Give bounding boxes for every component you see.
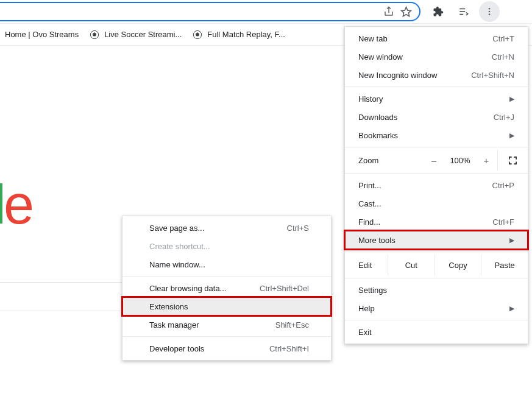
bookmark-item[interactable]: Full Match Replay, F... [193, 30, 285, 40]
menu-print[interactable]: Print... Ctrl+P [345, 176, 528, 194]
star-icon[interactable] [397, 3, 414, 20]
menu-separator [122, 336, 331, 337]
svg-point-6 [489, 13, 491, 15]
svg-marker-10 [196, 32, 199, 35]
menu-button[interactable] [479, 1, 500, 22]
menu-bookmarks[interactable]: Bookmarks ▶ [345, 126, 528, 144]
bookmark-item[interactable]: Home | Ovo Streams [5, 30, 79, 39]
menu-history[interactable]: History ▶ [345, 90, 528, 108]
edit-label: Edit [358, 261, 388, 270]
menu-help[interactable]: Help ▶ [345, 299, 528, 317]
omnibox[interactable] [0, 2, 420, 21]
submenu-name-window[interactable]: Name window... [122, 255, 331, 273]
menu-separator [345, 86, 528, 87]
fullscreen-icon [508, 156, 517, 165]
bookmark-item[interactable]: Live Soccer Streami... [90, 30, 182, 40]
svg-point-5 [489, 11, 491, 13]
menu-separator [345, 147, 528, 147]
menu-separator [345, 252, 528, 252]
menu-new-incognito[interactable]: New Incognito window Ctrl+Shift+N [345, 66, 528, 84]
menu-settings[interactable]: Settings [345, 281, 528, 299]
soccer-icon [193, 30, 202, 40]
chrome-main-menu: New tab Ctrl+T New window Ctrl+N New Inc… [344, 26, 528, 344]
zoom-label: Zoom [358, 156, 401, 165]
google-logo-fragment: le [0, 174, 32, 236]
menu-find[interactable]: Find... Ctrl+F [345, 213, 528, 231]
reading-list-icon[interactable] [453, 1, 474, 22]
svg-marker-0 [401, 7, 411, 16]
share-icon[interactable] [380, 3, 397, 20]
menu-separator [345, 320, 528, 320]
menu-new-window[interactable]: New window Ctrl+N [345, 48, 528, 66]
menu-new-tab[interactable]: New tab Ctrl+T [345, 29, 528, 48]
menu-separator [345, 278, 528, 278]
menu-separator [345, 173, 528, 174]
edit-copy-button[interactable]: Copy [434, 255, 481, 275]
edit-paste-button[interactable]: Paste [481, 255, 528, 275]
menu-more-tools[interactable]: More tools ▶ [345, 231, 528, 249]
svg-marker-8 [93, 32, 96, 35]
submenu-create-shortcut: Create shortcut... [122, 237, 331, 255]
menu-downloads[interactable]: Downloads Ctrl+J [345, 108, 528, 126]
soccer-icon [90, 30, 99, 40]
chevron-right-icon: ▶ [509, 305, 514, 312]
fullscreen-button[interactable] [497, 150, 528, 171]
search-box-fragment [0, 282, 122, 311]
menu-separator [122, 276, 331, 277]
edit-cut-button[interactable]: Cut [388, 255, 434, 275]
chevron-right-icon: ▶ [509, 132, 514, 139]
submenu-task-manager[interactable]: Task manager Shift+Esc [122, 316, 331, 334]
menu-zoom-row: Zoom – 100% + [345, 150, 528, 171]
submenu-developer-tools[interactable]: Developer tools Ctrl+Shift+I [122, 339, 331, 358]
submenu-save-page[interactable]: Save page as... Ctrl+S [122, 219, 331, 237]
bookmark-label: Full Match Replay, F... [207, 30, 285, 39]
submenu-extensions[interactable]: Extensions [122, 297, 331, 316]
menu-exit[interactable]: Exit [345, 323, 528, 341]
bookmark-label: Live Soccer Streami... [104, 30, 182, 39]
zoom-value: 100% [445, 156, 475, 165]
menu-edit-row: Edit Cut Copy Paste [345, 255, 528, 275]
chevron-right-icon: ▶ [509, 236, 514, 244]
toolbar-actions [423, 1, 505, 22]
more-tools-submenu: Save page as... Ctrl+S Create shortcut..… [122, 216, 332, 361]
zoom-in-button[interactable]: + [475, 155, 497, 166]
menu-cast[interactable]: Cast... [345, 194, 528, 213]
submenu-clear-browsing-data[interactable]: Clear browsing data... Ctrl+Shift+Del [122, 279, 331, 297]
extensions-icon[interactable] [428, 1, 449, 22]
toolbar [0, 0, 532, 24]
svg-point-4 [489, 8, 491, 10]
bookmark-label: Home | Ovo Streams [5, 30, 79, 39]
zoom-out-button[interactable]: – [423, 155, 445, 166]
chevron-right-icon: ▶ [509, 95, 514, 103]
